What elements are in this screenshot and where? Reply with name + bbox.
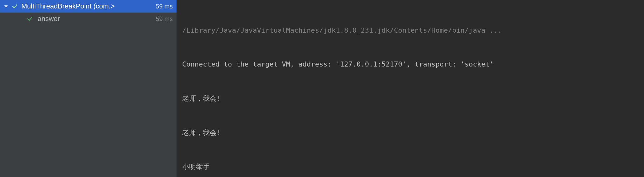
test-pass-icon: [26, 16, 33, 22]
console-line: 老师，我会!: [182, 127, 638, 138]
run-tool-window: MultiThreadBreakPoint (com.> 59 ms answe…: [0, 0, 644, 177]
check-icon: [27, 16, 33, 22]
console-line: Connected to the target VM, address: '12…: [182, 59, 638, 70]
test-tree-root-row[interactable]: MultiThreadBreakPoint (com.> 59 ms: [0, 0, 177, 13]
test-node-label: answer: [38, 15, 153, 23]
test-pass-icon: [11, 3, 18, 9]
test-node-timing: 59 ms: [153, 3, 173, 10]
console-line: 老师，我会!: [182, 93, 638, 104]
test-node-label: MultiThreadBreakPoint (com.>: [21, 2, 153, 10]
test-tree-panel[interactable]: MultiThreadBreakPoint (com.> 59 ms answe…: [0, 0, 177, 177]
test-node-timing: 59 ms: [153, 15, 173, 23]
expand-toggle-icon[interactable]: [3, 4, 9, 8]
console-line: /Library/Java/JavaVirtualMachines/jdk1.8…: [182, 25, 638, 36]
console-line: 小明举手: [182, 161, 638, 173]
check-icon: [12, 3, 18, 9]
console-output-panel[interactable]: /Library/Java/JavaVirtualMachines/jdk1.8…: [177, 0, 644, 177]
test-tree-child-row[interactable]: answer 59 ms: [0, 13, 177, 25]
triangle-down-icon: [4, 4, 8, 8]
